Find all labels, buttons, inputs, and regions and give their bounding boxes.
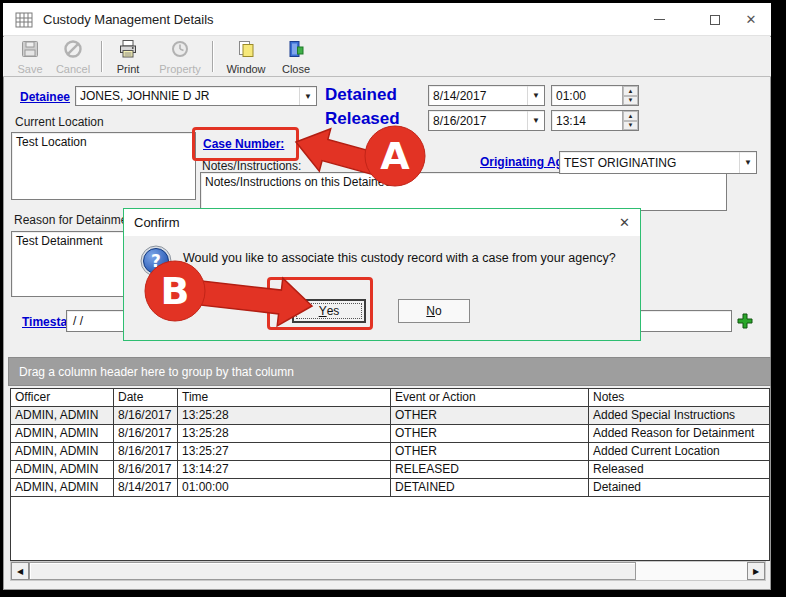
window-button[interactable]: Window xyxy=(218,39,274,75)
window-label: Window xyxy=(226,63,265,75)
property-icon xyxy=(170,39,190,59)
confirm-dialog: Confirm ✕ ? Would you like to associate … xyxy=(123,208,641,341)
detainee-combobox[interactable]: JONES, JOHNNIE D JR ▼ xyxy=(75,86,317,106)
group-hint-text: Drag a column header here to group by th… xyxy=(19,365,294,379)
notes-textarea[interactable]: Notes/Instructions on this Detainee xyxy=(200,172,727,211)
print-label: Print xyxy=(117,63,140,75)
no-button[interactable]: No xyxy=(398,299,470,323)
window-close-button[interactable]: ✕ xyxy=(731,3,771,36)
save-label: Save xyxy=(17,63,42,75)
column-header-event[interactable]: Event or Action xyxy=(391,389,589,406)
released-date-picker[interactable]: 8/16/2017 ▼ xyxy=(428,110,545,131)
group-by-drop-zone[interactable]: Drag a column header here to group by th… xyxy=(8,357,771,386)
minimize-icon xyxy=(654,19,665,20)
chevron-down-icon[interactable]: ▼ xyxy=(527,86,544,105)
scrollbar-thumb[interactable] xyxy=(29,562,636,580)
toolbar-separator xyxy=(101,41,102,72)
app-grid-icon xyxy=(15,11,33,33)
current-location-textarea[interactable]: Test Location xyxy=(11,132,196,200)
detainee-link[interactable]: Detainee xyxy=(20,90,70,104)
grid-header-row: Officer Date Time Event or Action Notes xyxy=(11,389,769,407)
reason-label: Reason for Detainment xyxy=(14,213,137,227)
dialog-title: Confirm xyxy=(134,215,180,230)
detained-date-picker[interactable]: 8/14/2017 ▼ xyxy=(428,85,545,106)
horizontal-scrollbar[interactable]: ◀ ▶ xyxy=(10,561,766,581)
cancel-icon xyxy=(63,39,83,59)
cancel-label: Cancel xyxy=(56,63,90,75)
table-row[interactable]: ADMIN, ADMIN8/14/201701:00:00DETAINEDDet… xyxy=(11,479,769,497)
add-plus-icon[interactable] xyxy=(736,312,754,334)
case-number-link[interactable]: Case Number: xyxy=(203,137,284,151)
save-icon xyxy=(20,39,40,59)
window-icon xyxy=(236,39,256,59)
released-label: Released xyxy=(325,109,400,129)
detained-time-spinner[interactable]: 01:00 ▲▼ xyxy=(551,85,639,106)
property-button[interactable]: Property xyxy=(152,39,208,75)
print-icon xyxy=(118,39,138,59)
notes-label: Notes/Instructions: xyxy=(202,159,301,173)
detained-time-value: 01:00 xyxy=(552,86,622,105)
spin-up-icon[interactable]: ▲ xyxy=(623,86,638,96)
dialog-close-icon[interactable]: ✕ xyxy=(619,215,630,230)
column-header-notes[interactable]: Notes xyxy=(589,389,769,406)
question-glyph: ? xyxy=(151,251,161,271)
maximize-icon xyxy=(710,15,720,25)
released-date-value: 8/16/2017 xyxy=(429,114,527,128)
print-button[interactable]: Print xyxy=(106,39,150,75)
table-row[interactable]: ADMIN, ADMIN8/16/201713:25:27OTHERAdded … xyxy=(11,443,769,461)
column-header-officer[interactable]: Officer xyxy=(11,389,114,406)
scroll-right-icon[interactable]: ▶ xyxy=(747,562,765,580)
history-grid: Officer Date Time Event or Action Notes … xyxy=(10,388,770,561)
save-button[interactable]: Save xyxy=(8,39,52,75)
dialog-message: Would you like to associate this custody… xyxy=(183,251,635,265)
originating-agency-value: TEST ORIGINATING xyxy=(560,156,739,170)
column-header-time[interactable]: Time xyxy=(178,389,391,406)
question-icon: ? xyxy=(140,245,172,281)
released-time-value: 13:14 xyxy=(552,111,622,130)
column-header-date[interactable]: Date xyxy=(114,389,178,406)
property-label: Property xyxy=(159,63,201,75)
spin-up-icon[interactable]: ▲ xyxy=(623,111,638,121)
current-location-label: Current Location xyxy=(15,115,104,129)
spin-down-icon[interactable]: ▼ xyxy=(623,96,638,106)
spin-down-icon[interactable]: ▼ xyxy=(623,121,638,131)
yes-button-highlight-box xyxy=(267,277,373,330)
detained-label: Detained xyxy=(325,85,397,105)
window-title: Custody Management Details xyxy=(43,12,214,27)
cancel-button[interactable]: Cancel xyxy=(50,39,96,75)
table-row[interactable]: ADMIN, ADMIN8/16/201713:25:28OTHERAdded … xyxy=(11,425,769,443)
door-close-icon xyxy=(286,39,306,59)
toolbar-separator xyxy=(212,41,213,72)
close-icon: ✕ xyxy=(746,12,757,27)
close-window-button[interactable]: Close xyxy=(274,39,318,75)
minimize-button[interactable] xyxy=(637,3,682,36)
chevron-down-icon[interactable]: ▼ xyxy=(739,152,756,173)
table-row[interactable]: ADMIN, ADMIN8/16/201713:25:28OTHERAdded … xyxy=(11,407,769,425)
close-label: Close xyxy=(282,63,310,75)
scroll-left-icon[interactable]: ◀ xyxy=(11,562,29,580)
screen: Custody Management Details ✕ Save Cancel… xyxy=(0,0,786,597)
detainee-value: JONES, JOHNNIE D JR xyxy=(76,89,299,103)
chevron-down-icon[interactable]: ▼ xyxy=(527,111,544,130)
detained-date-value: 8/14/2017 xyxy=(429,89,527,103)
dialog-title-bar: Confirm xyxy=(124,209,640,236)
table-row[interactable]: ADMIN, ADMIN8/16/201713:14:27RELEASEDRel… xyxy=(11,461,769,479)
released-time-spinner[interactable]: 13:14 ▲▼ xyxy=(551,110,639,131)
originating-agency-combobox[interactable]: TEST ORIGINATING ▼ xyxy=(559,151,757,174)
chevron-down-icon[interactable]: ▼ xyxy=(299,87,316,105)
